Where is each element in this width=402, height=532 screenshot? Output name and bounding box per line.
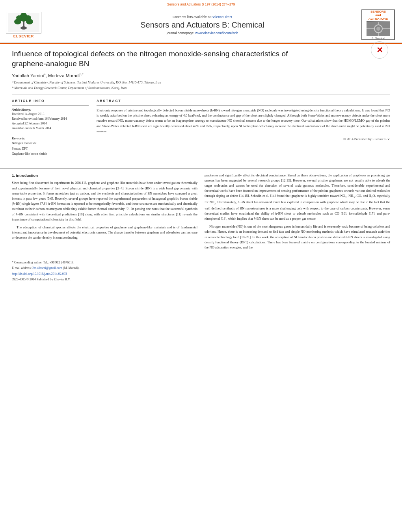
footnote-corresponding: * Corresponding author. Tel.: +98 912 24… [12, 260, 390, 265]
keywords-block: Keywords: Nitrogen monoxide Sensor, DFT … [12, 137, 89, 157]
footnote-issn: 0925-4005/© 2014 Published by Elsevier B… [12, 277, 390, 282]
email-link[interactable]: 2m.alborzi@gmail.com [32, 266, 62, 270]
article-info-heading: ARTICLE INFO [12, 99, 89, 103]
sensors-logo-top-text: SENSORSandACTUATORS [368, 10, 388, 20]
sensors-logo-bottom-text: B: Chemical [372, 37, 384, 39]
keywords-divider [12, 134, 89, 134]
divider-article-info [12, 95, 390, 95]
crossmark-badge: ✕ [371, 41, 388, 59]
intro-para3: graphenes and significantly affect its e… [205, 173, 390, 222]
journal-main-title: Sensors and Actuators B: Chemical [51, 20, 354, 30]
author-b: Morteza Moradib,* [48, 73, 84, 78]
sciencedirect-link[interactable]: ScienceDirect [212, 15, 232, 19]
body-right-column: graphenes and significantly affect its e… [205, 173, 390, 253]
article-title-section: ✕ Influence of topological defects on th… [0, 44, 402, 164]
keyword-1: Nitrogen monoxide [12, 141, 89, 146]
body-content: 1. Introduction Since being first discov… [0, 173, 402, 253]
elsevier-label: ELSEVIER [13, 34, 34, 38]
header-main-row: ELSEVIER Contents lists available at Sci… [0, 7, 402, 43]
sensors-actuators-logo: SENSORSandACTUATORS B: Chemical [361, 9, 395, 40]
history-label: Article history: [12, 108, 89, 111]
homepage-line: journal homepage: www.elsevier.com/locat… [51, 31, 354, 35]
intro-para4: Nitrogen monoxide (NO) is one of the mos… [205, 224, 390, 250]
keywords-label: Keywords: [12, 137, 89, 140]
intro-para2: The adsorption of chemical species affec… [12, 225, 197, 241]
accepted-date: Accepted 22 February 2014 [12, 121, 89, 126]
body-left-column: 1. Introduction Since being first discov… [12, 173, 197, 253]
affiliation-b: ᵇ Materials and Energy Research Center, … [12, 86, 390, 91]
authors-line: Yadollah Yaminia, Morteza Moradib,* [12, 72, 390, 78]
body-section-divider [0, 169, 402, 169]
footnote-doi: http://dx.doi.org/10.1016/j.snb.2014.02.… [12, 272, 390, 276]
doi-link[interactable]: http://dx.doi.org/10.1016/j.snb.2014.02.… [12, 272, 67, 276]
info-divider [12, 105, 89, 106]
abstract-heading: ABSTRACT [97, 99, 390, 103]
received-1: Received 14 August 2013 [12, 112, 89, 117]
journal-header: Sensors and Actuators B 197 (2014) 274–2… [0, 0, 402, 43]
keyword-3: Graphene-like boron nitride [12, 151, 89, 157]
keyword-2: Sensor, DFT [12, 146, 89, 152]
sensors-logo-image [367, 21, 390, 36]
article-info-column: ARTICLE INFO Article history: Received 1… [12, 99, 89, 160]
article-history-block: Article history: Received 14 August 2013… [12, 108, 89, 131]
footnote-email: E-mail address: 2m.alborzi@gmail.com (M.… [12, 266, 390, 270]
received-revised: Received in revised form 16 February 201… [12, 117, 89, 121]
journal-citation-line: Sensors and Actuators B 197 (2014) 274–2… [0, 2, 402, 7]
article-title: Influence of topological defects on the … [12, 49, 311, 69]
elsevier-logo-image [6, 12, 41, 33]
abstract-divider [97, 105, 390, 106]
available-date: Available online 6 March 2014 [12, 126, 89, 131]
affiliation-a: ᵃ Department of Chemistry, Faculty of Sc… [12, 80, 390, 85]
intro-para1: Since being first discovered in experime… [12, 180, 197, 222]
abstract-text: Electronic response of pristine and topo… [97, 108, 390, 134]
crossmark-icon: ✕ [371, 41, 388, 59]
intro-heading: 1. Introduction [12, 173, 197, 179]
contents-line: Contents lists available at ScienceDirec… [51, 15, 354, 19]
copyright-line: © 2014 Published by Elsevier B.V. [97, 137, 390, 141]
abstract-column: ABSTRACT Electronic response of pristine… [97, 99, 390, 160]
journal-title-block: Contents lists available at ScienceDirec… [43, 15, 361, 35]
footnote-section: * Corresponding author. Tel.: +98 912 24… [0, 257, 402, 284]
citation-text: Sensors and Actuators B 197 (2014) 274–2… [167, 2, 235, 6]
author-a: Yadollah Yaminia [12, 73, 46, 78]
elsevier-logo: ELSEVIER [4, 12, 43, 38]
article-info-abstract-row: ARTICLE INFO Article history: Received 1… [12, 99, 390, 160]
svg-point-11 [376, 27, 380, 31]
homepage-link[interactable]: www.elsevier.com/locate/snb [195, 31, 238, 35]
